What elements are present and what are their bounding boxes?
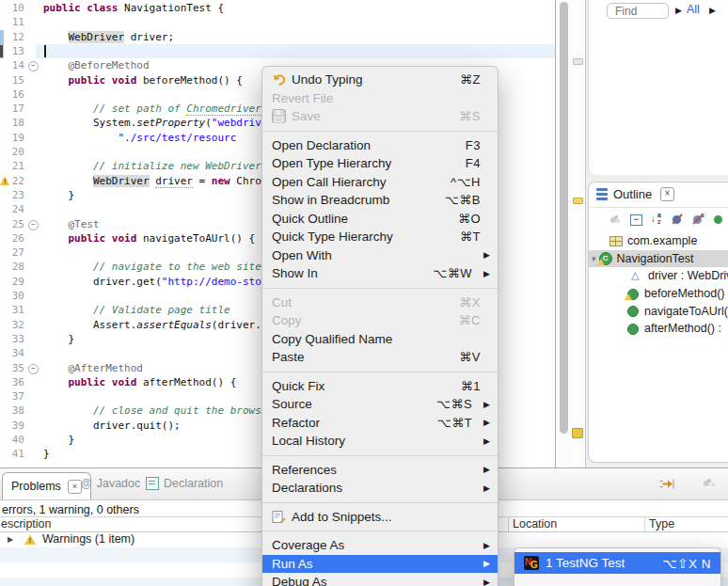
menu-separator — [262, 531, 498, 531]
outline-item-com-example[interactable]: com.example — [589, 232, 728, 250]
menu-item-open-call-hierarchy[interactable]: Open Call Hierarchy^⌥H — [262, 173, 498, 192]
line-number: 29 — [0, 276, 24, 288]
submenu-arrow-icon: ▶ — [483, 541, 490, 550]
find-scope-all[interactable]: All — [687, 3, 700, 16]
line-number: 35 — [0, 362, 24, 374]
menu-item-quick-type-hierarchy[interactable]: Quick Type Hierarchy⌘T — [262, 228, 498, 246]
column-header-type[interactable]: Type — [649, 517, 674, 531]
focus-icon[interactable] — [609, 214, 622, 226]
column-header-location[interactable]: Location — [513, 517, 557, 531]
menu-item-label: Quick Outline — [272, 212, 348, 226]
menu-shortcut: ⌘V — [459, 350, 481, 364]
menu-item-open-with[interactable]: Open With▶ — [262, 246, 498, 265]
annotation-ruler[interactable] — [571, 0, 585, 467]
outline-item-navigatetoaurl[interactable]: navigateToAUrl() — [589, 302, 728, 320]
collapse-all-icon[interactable]: − — [630, 214, 642, 226]
menu-separator — [262, 455, 498, 456]
outline-view-icon — [596, 188, 608, 200]
arrow-right-icon[interactable]: ▶ — [709, 6, 716, 15]
menu-item-undo-typing[interactable]: Undo Typing⌘Z — [262, 71, 498, 89]
scrollbar-thumb[interactable] — [560, 2, 568, 434]
menu-item-label: Run As — [272, 557, 313, 571]
menu-item-label: Undo Typing — [292, 72, 363, 87]
testng-icon: NG — [524, 556, 539, 570]
menu-item-label: Coverage As — [272, 538, 344, 552]
arrow-right-icon[interactable]: ▶ — [675, 6, 682, 15]
code-line-11[interactable]: 11 — [0, 15, 585, 29]
text-caret — [44, 45, 46, 57]
fold-collapse-icon[interactable]: − — [28, 364, 39, 374]
menu-item-declarations[interactable]: Declarations▶ — [262, 479, 498, 498]
menu-item-show-in[interactable]: Show In⌥⌘W▶ — [262, 264, 498, 283]
outline-item-label: navigateToAUrl() — [644, 305, 728, 318]
menu-item-debug-as[interactable]: Debug As▶ — [262, 573, 498, 586]
warning-marker[interactable] — [573, 198, 583, 204]
pin-arrow-icon[interactable] — [658, 477, 674, 494]
hide-nonpublic-icon[interactable] — [713, 214, 725, 226]
line-number: 41 — [0, 448, 24, 460]
code-line-12[interactable]: 12WebDriver driver; — [0, 30, 585, 44]
submenu-arrow-icon: ▶ — [483, 465, 490, 474]
outline-item-beforemethod[interactable]: beforeMethod() — [589, 285, 728, 303]
hide-fields-icon[interactable] — [672, 214, 684, 226]
menu-item-run-as[interactable]: Run As▶ — [262, 555, 498, 574]
tab-declaration[interactable]: Declaration — [146, 477, 223, 490]
declaration-icon — [146, 477, 159, 490]
tab-javadoc[interactable]: @Javadoc — [81, 477, 140, 490]
menu-item-refactor[interactable]: Refactor⌥⌘T▶ — [262, 414, 498, 433]
fold-collapse-icon[interactable]: − — [28, 61, 39, 71]
javadoc-at-icon: @ — [81, 477, 92, 490]
code-line-10[interactable]: 10public class NavigationTest { — [0, 1, 585, 15]
find-input[interactable] — [607, 3, 669, 19]
close-icon[interactable]: × — [68, 480, 82, 494]
tab-problems[interactable]: Problems× — [2, 472, 91, 499]
eclipse-window: 10public class NavigationTest {1112WebDr… — [0, 0, 728, 586]
menu-item-source[interactable]: Source⌥⌘S▶ — [262, 395, 498, 414]
column-header-escription[interactable]: escription — [1, 517, 52, 531]
hide-static-icon[interactable]: s — [692, 214, 704, 226]
submenu-item-1-testng-test[interactable]: NG1 TestNG Test⌥⇧X N — [514, 552, 720, 574]
menu-item-open-declaration[interactable]: Open DeclarationF3 — [262, 136, 498, 155]
menu-item-label: Declarations — [272, 481, 342, 495]
expander-right-icon[interactable]: ▶ — [8, 535, 13, 544]
menu-item-local-history[interactable]: Local History▶ — [262, 432, 498, 451]
line-number: 26 — [0, 232, 24, 245]
menu-item-quick-outline[interactable]: Quick Outline⌘O — [262, 210, 498, 229]
outline-toolbar: −↓azs — [589, 208, 728, 230]
submenu-arrow-icon: ▶ — [483, 269, 490, 278]
outline-item-aftermethod[interactable]: afterMethod() : — [589, 320, 728, 338]
expander-down-icon[interactable]: ▾ — [592, 254, 596, 263]
menu-item-add-to-snippets[interactable]: Add to Snippets... — [262, 508, 498, 527]
line-number: 38 — [0, 404, 24, 417]
menu-shortcut: ⌥⌘T — [437, 416, 472, 430]
menu-item-quick-fix[interactable]: Quick Fix⌘1 — [262, 377, 498, 396]
menu-item-label: Copy Qualified Name — [272, 332, 392, 346]
line-number: 14 — [0, 59, 24, 71]
menu-item-copy: Copy⌘C — [262, 311, 498, 330]
outline-title[interactable]: Outline — [613, 187, 652, 201]
menu-item-show-in-breadcrumb[interactable]: Show in Breadcrumb⌥⌘B — [262, 191, 498, 210]
occurrence-marker[interactable] — [573, 58, 583, 65]
menu-item-revert-file: Revert File — [262, 89, 498, 108]
column-divider[interactable] — [644, 517, 645, 531]
outline-item-navigationtest[interactable]: ▾NavigationTest — [589, 250, 728, 268]
close-icon[interactable]: × — [660, 187, 674, 201]
menu-item-references[interactable]: References▶ — [262, 461, 498, 480]
code-line-13[interactable]: 13 — [0, 44, 585, 58]
fold-collapse-icon[interactable]: − — [28, 220, 39, 230]
menu-item-copy-qualified-name[interactable]: Copy Qualified Name — [262, 330, 498, 349]
view-menu-icon[interactable] — [704, 481, 709, 486]
warning-aggregate-marker[interactable] — [572, 428, 583, 438]
menu-item-open-type-hierarchy[interactable]: Open Type HierarchyF4 — [262, 154, 498, 173]
editor-vertical-scrollbar[interactable] — [556, 0, 571, 467]
outline-header: Outline × — [589, 182, 728, 208]
sort-icon[interactable]: ↓az — [651, 214, 663, 226]
outline-item-driver-webdriv[interactable]: △driver : WebDriv — [589, 267, 728, 285]
menu-item-coverage-as[interactable]: Coverage As▶ — [262, 536, 498, 555]
menu-shortcut: ⌥⌘B — [445, 193, 481, 207]
menu-shortcut: ⌘O — [458, 212, 481, 226]
line-number: 18 — [0, 117, 24, 129]
menu-item-paste[interactable]: Paste⌘V — [262, 348, 498, 367]
problems-row-label: Warnings (1 item) — [42, 532, 135, 546]
column-divider[interactable] — [508, 517, 509, 531]
